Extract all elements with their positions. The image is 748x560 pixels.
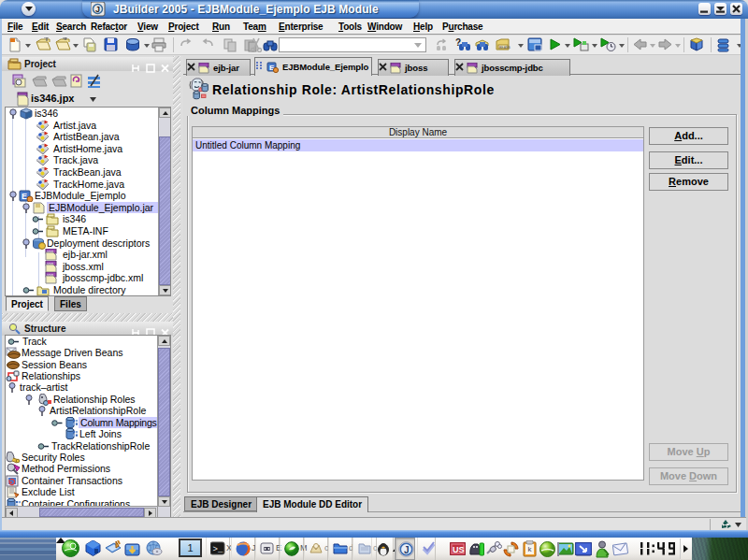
svg-text:BEANS: BEANS	[499, 46, 511, 50]
svg-text:E: E	[22, 192, 27, 201]
svg-text:>_: >_	[213, 545, 223, 554]
svg-text:US: US	[453, 545, 465, 554]
svg-text:J: J	[404, 545, 410, 555]
svg-text:J: J	[95, 5, 100, 14]
